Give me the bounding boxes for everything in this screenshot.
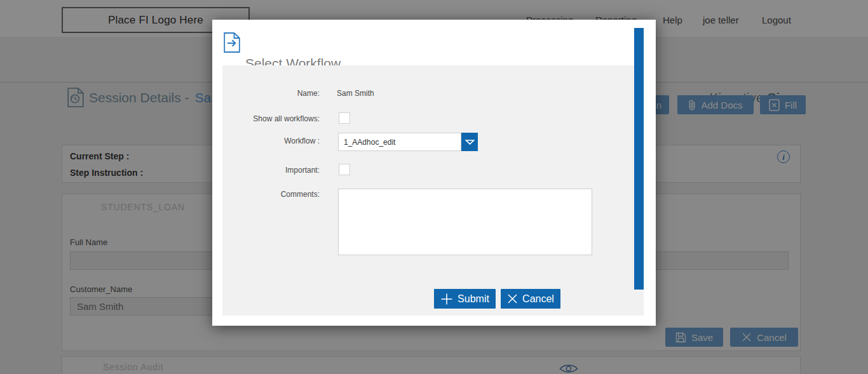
modal-scrollbar-thumb[interactable] <box>634 28 644 290</box>
submit-button[interactable]: Submit <box>434 289 496 309</box>
workflow-input[interactable] <box>338 133 461 151</box>
select-workflow-modal: Select Workflow Name: Sam Smith Show all… <box>212 20 656 326</box>
submit-label: Submit <box>458 293 489 305</box>
x-icon <box>507 293 518 304</box>
important-label: Important: <box>222 166 320 175</box>
show-all-workflows-label: Show all workflows: <box>222 114 320 123</box>
modal-cancel-button[interactable]: Cancel <box>501 289 560 309</box>
workflow-dropdown-button[interactable] <box>461 133 478 151</box>
important-checkbox[interactable] <box>339 164 350 175</box>
comments-label: Comments: <box>222 190 320 199</box>
app-page: Place FI Logo Here Processing Reporting … <box>0 0 868 374</box>
show-all-workflows-checkbox[interactable] <box>339 112 350 124</box>
comments-textarea[interactable] <box>338 189 592 255</box>
modal-cancel-label: Cancel <box>522 293 554 305</box>
workflow-label: Workflow : <box>222 137 320 145</box>
plus-icon <box>440 293 453 305</box>
name-label: Name: <box>222 89 320 98</box>
modal-body: Name: Sam Smith Show all workflows: Work… <box>222 65 644 316</box>
document-arrow-icon <box>224 32 240 53</box>
name-value: Sam Smith <box>337 89 374 98</box>
chevron-down-icon <box>465 140 475 145</box>
